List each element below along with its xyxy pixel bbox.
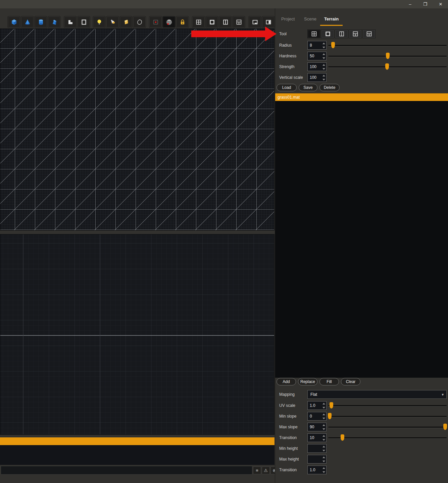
- min-height-input[interactable]: [308, 444, 321, 452]
- transition-height-input[interactable]: [308, 466, 321, 474]
- terrain-tool-erase-button[interactable]: [362, 30, 376, 38]
- hardness-input[interactable]: [308, 52, 321, 60]
- max-slope-decrement[interactable]: [321, 427, 326, 431]
- min-slope-row: Min slope: [275, 412, 448, 421]
- strength-label: Strength: [279, 62, 294, 71]
- add-button[interactable]: Add: [277, 378, 296, 385]
- mapping-value: Flat: [310, 392, 317, 397]
- transition-slope-increment[interactable]: [321, 434, 326, 438]
- wedge-tool-button[interactable]: [48, 16, 61, 28]
- max-slope-slider-thumb[interactable]: [443, 424, 447, 430]
- radius-slider[interactable]: [328, 41, 447, 50]
- terrain-tool-flatten-button[interactable]: [321, 30, 334, 38]
- strength-input[interactable]: [308, 63, 321, 71]
- max-slope-increment[interactable]: [321, 423, 326, 427]
- minimize-button[interactable]: –: [404, 0, 416, 8]
- max-height-increment[interactable]: [321, 455, 326, 459]
- viewport-orthographic[interactable]: [0, 234, 275, 435]
- min-height-increment[interactable]: [321, 444, 326, 448]
- transition-slope-slider-thumb[interactable]: [341, 434, 344, 441]
- uv-scale-decrement[interactable]: [321, 406, 326, 410]
- uv-scale-increment[interactable]: [321, 401, 326, 406]
- warnings-button[interactable]: ⚠: [262, 467, 270, 474]
- cylinder-tool-button[interactable]: [34, 16, 47, 28]
- strength-slider-thumb[interactable]: [385, 63, 389, 70]
- fill-button[interactable]: Fill: [319, 378, 339, 385]
- ambient-light-button[interactable]: [133, 16, 146, 28]
- delete-button[interactable]: Delete: [319, 84, 340, 91]
- lock-toggle-button[interactable]: [176, 16, 189, 28]
- min-slope-input[interactable]: [308, 412, 321, 420]
- strength-increment[interactable]: [321, 63, 326, 67]
- radius-increment[interactable]: [321, 41, 326, 45]
- max-slope-slider[interactable]: [328, 423, 447, 431]
- hardness-slider-thumb[interactable]: [386, 53, 390, 59]
- radius-slider-thumb[interactable]: [331, 42, 335, 48]
- clear-button[interactable]: Clear: [341, 378, 360, 385]
- ambient-light-icon: [136, 19, 143, 25]
- uv-scale-slider-thumb[interactable]: [330, 402, 333, 409]
- transition-height-increment[interactable]: [321, 466, 326, 470]
- transition-height-decrement[interactable]: [321, 470, 326, 474]
- material-list-item-selected[interactable]: grass01.mat: [275, 93, 448, 101]
- cube-tool-button[interactable]: [7, 16, 20, 28]
- hardness-increment[interactable]: [321, 52, 326, 56]
- snap-toggle-button[interactable]: [149, 16, 162, 28]
- terrain-tool-smooth-button[interactable]: [335, 30, 348, 38]
- active-tab-underline: [320, 25, 343, 26]
- uv-scale-input[interactable]: [308, 401, 321, 410]
- min-height-decrement[interactable]: [321, 448, 326, 452]
- save-button[interactable]: Save: [299, 84, 317, 91]
- replace-button[interactable]: Replace: [298, 378, 317, 385]
- transition-slope-input[interactable]: [308, 434, 321, 442]
- min-slope-slider-thumb[interactable]: [328, 413, 332, 419]
- min-slope-slider[interactable]: [328, 412, 447, 421]
- max-slope-input[interactable]: [308, 423, 321, 431]
- close-button[interactable]: ✕: [435, 0, 446, 8]
- spot-light-button[interactable]: [106, 16, 119, 28]
- vertical-scale-input[interactable]: [308, 73, 321, 82]
- hardness-decrement[interactable]: [321, 56, 326, 60]
- min-slope-increment[interactable]: [321, 412, 326, 416]
- strength-row: Strength: [275, 62, 448, 71]
- cone-tool-button[interactable]: [21, 16, 34, 28]
- viewport-perspective[interactable]: [0, 29, 275, 230]
- console-area: [0, 445, 275, 465]
- wedge-icon: [51, 19, 58, 25]
- environment-sphere-button[interactable]: [162, 16, 176, 28]
- load-button[interactable]: Load: [277, 84, 297, 91]
- max-height-input[interactable]: [308, 455, 321, 463]
- mapping-dropdown[interactable]: Flat ▾: [307, 390, 447, 399]
- tab-scene[interactable]: Scene: [304, 16, 316, 24]
- max-slope-spinbox: [307, 423, 327, 431]
- strength-decrement[interactable]: [321, 67, 326, 71]
- min-slope-decrement[interactable]: [321, 416, 326, 420]
- radius-decrement[interactable]: [321, 45, 326, 49]
- terrain-tool-paint-button[interactable]: [349, 30, 362, 38]
- hardness-slider[interactable]: [328, 52, 447, 60]
- vertical-scale-increment[interactable]: [321, 73, 326, 77]
- uv-scale-slider[interactable]: [328, 401, 447, 410]
- radius-input[interactable]: [308, 41, 321, 49]
- brush-columns-icon: [339, 31, 345, 37]
- status-message-field[interactable]: [1, 466, 252, 475]
- transition-slope-slider[interactable]: [328, 433, 447, 442]
- brush-split2-icon: [366, 31, 372, 37]
- transition-slope-decrement[interactable]: [321, 438, 326, 442]
- tab-project[interactable]: Project: [281, 16, 295, 24]
- max-height-spinbox: [307, 455, 327, 464]
- terrain-tool-raise-button[interactable]: [307, 30, 320, 38]
- tab-terrain[interactable]: Terrain: [324, 16, 339, 24]
- radius-spinbox: [307, 41, 327, 50]
- max-height-decrement[interactable]: [321, 459, 326, 463]
- log-list-button[interactable]: ≡: [253, 467, 261, 474]
- stairs-tool-button[interactable]: [64, 16, 77, 28]
- restore-button[interactable]: ❐: [419, 0, 431, 8]
- timeline-bar[interactable]: [0, 437, 275, 445]
- point-light-button[interactable]: [93, 16, 106, 28]
- strength-slider[interactable]: [328, 62, 447, 71]
- area-light-button[interactable]: [119, 16, 133, 28]
- plane-tool-button[interactable]: [77, 16, 90, 28]
- transition-height-row: Transition: [275, 466, 448, 474]
- vertical-scale-decrement[interactable]: [321, 77, 326, 82]
